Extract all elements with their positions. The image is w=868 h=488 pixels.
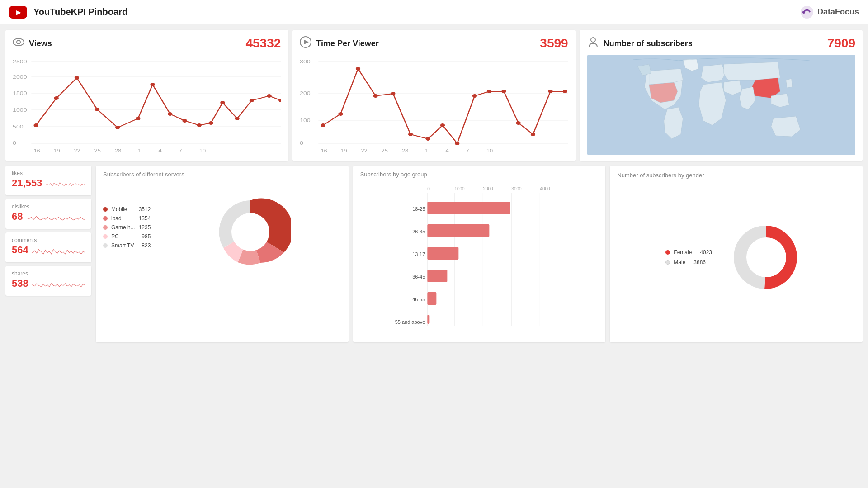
svg-point-81 — [231, 213, 269, 251]
header-left: YouTubeKPI Pinboard — [9, 6, 127, 19]
svg-text:200: 200 — [300, 90, 311, 96]
svg-rect-97 — [427, 247, 458, 260]
svg-point-62 — [472, 94, 477, 98]
svg-text:1: 1 — [138, 148, 141, 153]
legend-ipad-label: ipad — [111, 215, 122, 222]
legend-mobile-value: 3512 — [139, 206, 151, 213]
legend-male: Male 3886 — [665, 259, 712, 265]
svg-point-60 — [440, 123, 445, 127]
comments-label: comments — [12, 237, 85, 243]
datafocus-logo: DataFocus — [800, 5, 859, 19]
views-card: Views 45332 2500 2000 1500 1000 500 0 — [5, 30, 288, 161]
likes-sparkline — [46, 177, 85, 191]
servers-donut-card: Subscribers of different servers Mobile … — [96, 166, 349, 342]
svg-text:16: 16 — [321, 148, 327, 153]
svg-text:0: 0 — [13, 140, 16, 146]
svg-text:0: 0 — [427, 186, 430, 191]
legend-female-value: 4023 — [700, 249, 712, 256]
svg-point-61 — [455, 142, 459, 145]
comments-card: comments 564 — [5, 232, 91, 262]
servers-legend: Mobile 3512 ipad 1354 Game h... 1235 — [103, 206, 151, 249]
legend-ipad-value: 1354 — [139, 215, 151, 222]
svg-text:36-45: 36-45 — [412, 274, 425, 280]
views-header: Views 45332 — [13, 36, 281, 51]
svg-text:22: 22 — [74, 148, 80, 153]
svg-text:4: 4 — [158, 148, 162, 153]
sparklines-group: likes 21,553 dislikes 68 comme — [5, 166, 91, 342]
svg-text:7: 7 — [466, 148, 469, 153]
svg-point-29 — [250, 99, 254, 102]
svg-point-19 — [95, 108, 99, 111]
svg-point-54 — [338, 112, 343, 116]
svg-point-57 — [391, 92, 396, 95]
age-group-chart: 0 1000 2000 3000 4000 18-25 26-35 13-17 — [360, 181, 599, 335]
svg-point-25 — [197, 123, 202, 127]
svg-text:7: 7 — [179, 148, 182, 153]
person-icon — [587, 36, 599, 51]
svg-rect-93 — [427, 202, 510, 214]
subs-header: Number of subscribers 7909 — [587, 36, 855, 51]
svg-point-30 — [267, 94, 271, 98]
svg-point-64 — [502, 90, 506, 93]
dislikes-sparkline — [26, 211, 85, 224]
servers-donut-svg — [160, 182, 341, 273]
svg-text:10: 10 — [199, 148, 206, 153]
main-content: Views 45332 2500 2000 1500 1000 500 0 — [0, 24, 868, 348]
legend-female-label: Female — [674, 249, 692, 256]
svg-point-67 — [548, 90, 553, 93]
svg-text:1: 1 — [425, 148, 429, 153]
svg-point-2 — [13, 38, 24, 46]
gender-donut-svg — [726, 212, 807, 303]
svg-text:300: 300 — [300, 59, 311, 64]
bottom-row: likes 21,553 dislikes 68 comme — [5, 166, 863, 342]
svg-text:1000: 1000 — [454, 186, 465, 191]
datafocus-label: DataFocus — [817, 7, 859, 17]
svg-point-1 — [802, 11, 805, 14]
legend-male-label: Male — [674, 259, 685, 265]
svg-text:22: 22 — [361, 148, 368, 153]
legend-smarttv: Smart TV 823 — [103, 242, 151, 249]
svg-rect-99 — [427, 270, 447, 282]
legend-smarttv-value: 823 — [142, 242, 151, 249]
svg-text:28: 28 — [402, 148, 408, 153]
legend-male-value: 3886 — [693, 259, 706, 265]
tpv-header: Time Per Viewer 3599 — [300, 36, 568, 51]
shares-value: 538 — [12, 278, 28, 289]
legend-smarttv-label: Smart TV — [111, 242, 134, 249]
svg-rect-101 — [427, 292, 436, 305]
svg-text:16: 16 — [33, 148, 40, 153]
svg-point-68 — [563, 90, 567, 93]
shares-label: shares — [12, 270, 85, 277]
svg-point-23 — [168, 112, 172, 116]
svg-text:55 and above: 55 and above — [395, 319, 425, 325]
svg-text:4: 4 — [446, 148, 449, 153]
legend-pc-value: 985 — [142, 233, 151, 240]
subscribers-map-card: Number of subscribers 7909 — [580, 30, 863, 161]
svg-text:0: 0 — [300, 140, 303, 146]
svg-text:26-35: 26-35 — [412, 229, 425, 234]
svg-point-53 — [321, 123, 326, 127]
dislikes-card: dislikes 68 — [5, 199, 91, 229]
svg-text:3000: 3000 — [511, 186, 522, 191]
svg-text:10: 10 — [486, 148, 493, 153]
tpv-chart: 300 200 100 0 — [300, 55, 568, 155]
svg-point-24 — [182, 119, 187, 123]
gender-card: Number of subscribers by gender Female 4… — [610, 166, 863, 342]
svg-point-3 — [17, 40, 20, 44]
gender-title: Number of subscribers by gender — [617, 172, 855, 179]
legend-gameh-value: 1235 — [139, 224, 151, 231]
svg-point-18 — [75, 76, 79, 80]
svg-point-17 — [54, 96, 59, 100]
svg-point-20 — [115, 126, 120, 129]
legend-gameh: Game h... 1235 — [103, 224, 151, 231]
svg-text:1000: 1000 — [13, 107, 27, 113]
svg-point-16 — [33, 123, 38, 127]
time-per-viewer-card: Time Per Viewer 3599 300 200 100 0 — [292, 30, 575, 161]
svg-point-65 — [516, 121, 521, 125]
svg-text:25: 25 — [94, 148, 101, 153]
play-icon — [300, 36, 311, 51]
legend-mobile-label: Mobile — [111, 206, 127, 213]
svg-point-63 — [487, 90, 491, 93]
svg-text:2500: 2500 — [13, 59, 27, 64]
age-group-card: Subscribers by age group 0 1000 2000 300… — [353, 166, 606, 342]
